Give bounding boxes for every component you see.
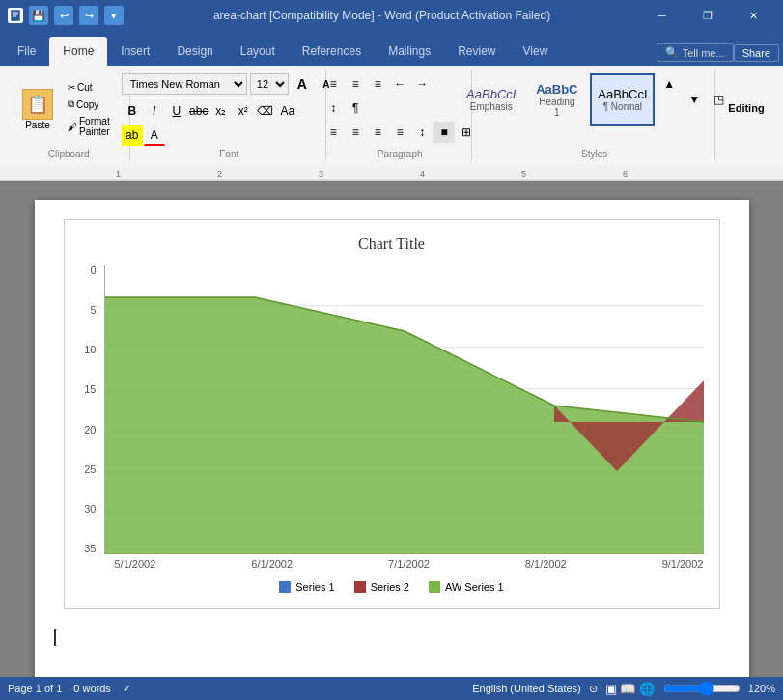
chart-plot-area	[104, 265, 704, 554]
clear-format-button[interactable]: ⌫	[255, 100, 276, 122]
legend-aw-series1: AW Series 1	[429, 581, 504, 593]
record-icon[interactable]: ⊙	[589, 683, 598, 695]
language[interactable]: English (United States)	[472, 683, 581, 694]
decrease-indent-button[interactable]: ←	[389, 73, 410, 95]
grow-font-button[interactable]: A	[292, 73, 313, 95]
zoom-level: 120%	[748, 683, 775, 694]
font-family-select[interactable]: Times New Roman	[122, 73, 247, 95]
tab-layout[interactable]: Layout	[227, 37, 289, 66]
print-view-button[interactable]: ▣	[605, 682, 617, 696]
restore-button[interactable]: ❐	[685, 0, 730, 31]
clipboard-group: 📋 Paste ✂ Cut ⧉ Copy 🖌	[8, 70, 130, 161]
line-spacing-button[interactable]: ↕	[411, 122, 433, 143]
italic-button[interactable]: I	[144, 100, 165, 122]
paragraph-group-label: Paragraph	[328, 149, 471, 159]
quick-access-more-button[interactable]: ▾	[104, 6, 124, 25]
tab-design[interactable]: Design	[163, 37, 226, 66]
style-normal[interactable]: AaBbCcI ¶ Normal	[590, 73, 655, 126]
copy-icon: ⧉	[68, 98, 74, 110]
chart-title: Chart Title	[80, 236, 704, 253]
tab-mailings[interactable]: Mailings	[375, 37, 444, 66]
close-button[interactable]: ✕	[731, 0, 775, 31]
svg-rect-0	[11, 10, 20, 21]
style-heading1[interactable]: AaBbC Heading 1	[527, 73, 586, 126]
bullets-button[interactable]: ≡	[322, 73, 344, 95]
ribbon-tabs-bar: File Home Insert Design Layout Reference…	[0, 31, 783, 66]
proofread-icon[interactable]: ✓	[123, 683, 131, 695]
paste-button[interactable]: 📋 Paste	[15, 84, 60, 135]
text-cursor	[54, 629, 56, 646]
copy-button[interactable]: ⧉ Copy	[64, 97, 124, 112]
justify-button[interactable]: ≡	[389, 122, 410, 143]
zoom-slider[interactable]	[663, 681, 741, 696]
styles-group: AaBbCcI Emphasis AaBbC Heading 1 AaBbCcI…	[474, 70, 715, 161]
styles-group-label: Styles	[474, 149, 714, 159]
ruler: 1 2 3 4 5 6	[0, 165, 783, 181]
sort-button[interactable]: ↕	[322, 98, 344, 119]
legend-aw-series1-color	[429, 581, 440, 593]
app-icon	[8, 8, 23, 23]
svg-text:3: 3	[319, 169, 323, 179]
increase-indent-button[interactable]: →	[411, 73, 433, 95]
show-hide-button[interactable]: ¶	[345, 98, 366, 119]
align-center-button[interactable]: ≡	[345, 122, 366, 143]
editing-group: Editing	[717, 70, 775, 161]
superscript-button[interactable]: x²	[233, 100, 254, 122]
tab-view[interactable]: View	[510, 37, 562, 66]
minimize-button[interactable]: ─	[640, 0, 685, 31]
shading-button[interactable]: ■	[433, 122, 455, 143]
highlight-button[interactable]: ab	[122, 125, 143, 146]
tab-file[interactable]: File	[4, 37, 49, 66]
view-buttons: ▣ 📖 🌐	[605, 682, 656, 696]
format-painter-button[interactable]: 🖌 Format Painter	[64, 114, 124, 139]
tab-home[interactable]: Home	[49, 37, 107, 66]
scissors-icon: ✂	[68, 82, 75, 93]
style-emphasis[interactable]: AaBbCcI Emphasis	[459, 73, 523, 126]
legend-series1: Series 1	[279, 581, 334, 593]
svg-text:6: 6	[623, 169, 628, 179]
multilevel-button[interactable]: ≡	[367, 73, 388, 95]
paste-icon: 📋	[22, 89, 53, 120]
font-group: Times New Roman 12 A A B I U abc x₂	[132, 70, 326, 161]
undo-button[interactable]: ↩	[54, 6, 73, 25]
paragraph-group: ≡ ≡ ≡ ← → ↕ ¶ ≡ ≡ ≡ ≡ ↕	[328, 70, 472, 161]
tell-me-button[interactable]: 🔍 Tell me...	[657, 43, 734, 62]
underline-button[interactable]: U	[166, 100, 187, 122]
share-button[interactable]: Share	[734, 44, 779, 62]
legend-series2-color	[354, 581, 366, 593]
font-size-select[interactable]: 12	[250, 73, 289, 95]
chart-x-axis: 5/1/2002 6/1/2002 7/1/2002 8/1/2002 9/1/…	[80, 558, 704, 570]
clipboard-label: Clipboard	[8, 149, 129, 159]
page-info: Page 1 of 1	[8, 683, 62, 695]
svg-text:4: 4	[420, 169, 425, 179]
subscript-button[interactable]: x₂	[210, 100, 232, 122]
align-left-button[interactable]: ≡	[322, 122, 344, 143]
font-color-button[interactable]: A	[144, 125, 165, 146]
tab-review[interactable]: Review	[444, 37, 509, 66]
svg-text:5: 5	[521, 169, 526, 179]
web-view-button[interactable]: 🌐	[639, 682, 656, 696]
document-page: Chart Title 35 30 25 20 15 10 5 0	[35, 200, 749, 700]
chart-y-axis: 35 30 25 20 15 10 5 0	[80, 265, 104, 554]
chart-legend: Series 1 Series 2 AW Series 1	[80, 581, 704, 593]
read-view-button[interactable]: 📖	[620, 682, 636, 696]
strikethrough-button[interactable]: abc	[188, 100, 210, 122]
styles-scroll-up[interactable]: ▲	[658, 73, 680, 95]
redo-button[interactable]: ↪	[79, 6, 98, 25]
legend-series1-color	[279, 581, 291, 593]
legend-series2: Series 2	[354, 581, 409, 593]
ribbon-content: 📋 Paste ✂ Cut ⧉ Copy 🖌	[0, 66, 783, 165]
tab-insert[interactable]: Insert	[107, 37, 163, 66]
document-scroll-area[interactable]: Chart Title 35 30 25 20 15 10 5 0	[0, 181, 783, 700]
numbering-button[interactable]: ≡	[345, 73, 366, 95]
case-button[interactable]: Aa	[277, 100, 298, 122]
cut-button[interactable]: ✂ Cut	[64, 80, 124, 95]
styles-scroll-down[interactable]: ▼	[684, 89, 705, 110]
save-button[interactable]: 💾	[29, 6, 48, 25]
bold-button[interactable]: B	[122, 100, 143, 122]
svg-text:1: 1	[116, 169, 121, 179]
svg-text:2: 2	[217, 169, 222, 179]
tab-references[interactable]: References	[289, 37, 375, 66]
align-right-button[interactable]: ≡	[367, 122, 388, 143]
font-group-label: Font	[132, 149, 325, 159]
